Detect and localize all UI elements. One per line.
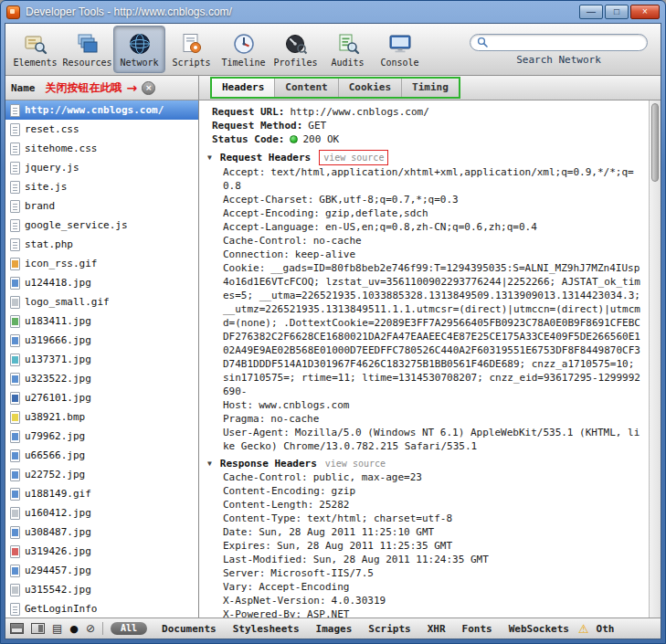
vertical-scrollbar[interactable]: [649, 100, 661, 618]
resource-name: GetLoginInfo: [25, 603, 97, 615]
resource-item[interactable]: u22752.jpg: [5, 465, 198, 484]
view-source-link[interactable]: view source: [325, 457, 386, 470]
scrollbar-thumb[interactable]: [651, 103, 659, 182]
toolbar-button-resources[interactable]: Resources: [61, 26, 113, 73]
resource-item[interactable]: u294457.jpg: [5, 561, 198, 580]
resource-item[interactable]: sitehome.css: [5, 139, 198, 158]
resource-item[interactable]: stat.php: [5, 235, 198, 254]
close-button[interactable]: ×: [630, 5, 660, 19]
resource-item[interactable]: u124418.jpg: [5, 273, 198, 292]
sidebar-close-icon[interactable]: ×: [142, 81, 155, 95]
resource-item[interactable]: u308487.jpg: [5, 523, 198, 542]
resource-name: u188149.gif: [25, 488, 91, 500]
warning-icon: ⚠: [578, 622, 589, 636]
resource-item[interactable]: u183411.jpg: [5, 311, 198, 331]
resource-name: u38921.bmp: [25, 411, 85, 423]
toolbar-button-scripts[interactable]: Scripts: [165, 26, 217, 73]
header-line: Accept-Language:en-US,en;q=0.8,zh-CN;q=0…: [205, 220, 645, 234]
resource-item[interactable]: u276101.jpg: [5, 388, 198, 407]
filter-item-clipped[interactable]: Oth: [597, 623, 615, 635]
titlebar: Developer Tools - http://www.cnblogs.com…: [5, 1, 661, 23]
resource-item[interactable]: u79962.jpg: [5, 427, 198, 446]
filter-item[interactable]: Stylesheets: [233, 623, 300, 635]
large-rows-icon[interactable]: ▤: [52, 622, 62, 635]
window-controls: — □ ×: [579, 5, 660, 19]
name-column-header: Name 关闭按钮在此哦 → ×: [5, 76, 199, 100]
toolbar-label: Network: [120, 58, 158, 68]
resource-name: http://www.cnblogs.com/: [25, 104, 164, 116]
resource-item[interactable]: logo_small.gif: [5, 292, 198, 311]
response-headers-section: ▼ Response Headers view source Cache-Con…: [205, 457, 645, 618]
resource-name: u79962.jpg: [25, 430, 85, 442]
resource-item[interactable]: u66566.jpg: [5, 446, 198, 465]
console-toggle-icon[interactable]: [10, 623, 24, 634]
network-content: http://www.cnblogs.com/ reset.css siteho…: [5, 100, 661, 618]
filter-item[interactable]: XHR: [428, 623, 446, 635]
file-icon: [10, 430, 20, 443]
resource-item[interactable]: u319426.jpg: [5, 542, 198, 561]
filter-item[interactable]: WebSockets: [509, 623, 569, 635]
filter-item[interactable]: Fonts: [462, 623, 492, 635]
minimize-button[interactable]: —: [579, 5, 603, 19]
collapse-icon[interactable]: ▼: [207, 151, 212, 164]
toolbar-label: Profiles: [273, 58, 317, 68]
resource-item[interactable]: site.js: [5, 177, 198, 196]
resource-name: u319426.jpg: [25, 545, 91, 557]
resource-item[interactable]: u315542.jpg: [5, 580, 198, 599]
tab-cookies[interactable]: Cookies: [339, 79, 402, 97]
audits-icon: [336, 32, 360, 56]
resource-item[interactable]: GetLoginInfo: [5, 599, 198, 618]
request-headers-section: ▼ Request Headers view source Accept:tex…: [205, 150, 645, 453]
clear-icon[interactable]: ⊘: [86, 622, 95, 635]
view-source-link[interactable]: view source: [319, 150, 388, 165]
filter-item[interactable]: Scripts: [368, 623, 410, 635]
resource-item[interactable]: u160412.jpg: [5, 503, 198, 523]
maximize-button[interactable]: □: [605, 5, 629, 19]
toolbar-button-network[interactable]: Network: [113, 26, 165, 73]
tab-headers[interactable]: Headers: [212, 79, 275, 97]
file-icon: [10, 411, 20, 424]
toolbar-button-console[interactable]: Console: [374, 26, 426, 73]
file-icon: [10, 104, 20, 117]
toolbar-button-profiles[interactable]: Profiles: [270, 26, 322, 73]
file-icon: [10, 545, 20, 558]
collapse-icon[interactable]: ▼: [207, 457, 212, 470]
resource-name: u160412.jpg: [25, 507, 91, 519]
resource-item[interactable]: brand: [5, 196, 198, 216]
search-box[interactable]: [470, 34, 648, 51]
resource-item[interactable]: u319666.jpg: [5, 331, 198, 350]
resource-name: u124418.jpg: [25, 277, 91, 289]
resource-item[interactable]: u137371.jpg: [5, 350, 198, 369]
filter-item[interactable]: Images: [316, 623, 353, 635]
file-icon: [10, 200, 20, 213]
resource-item[interactable]: u323522.jpg: [5, 369, 198, 388]
resource-name: sitehome.css: [25, 143, 97, 154]
header-line: Accept-Encoding:gzip,deflate,sdch: [205, 206, 645, 220]
header-line: X-Powered-By:ASP.NET: [205, 607, 645, 618]
toolbar-button-elements[interactable]: Elements: [9, 26, 61, 73]
scripts-icon: [180, 32, 204, 56]
resource-item[interactable]: u188149.gif: [5, 484, 198, 503]
search-area: Search Network: [470, 34, 657, 66]
resource-item[interactable]: http://www.cnblogs.com/: [5, 100, 198, 120]
request-headers-list: Accept:text/html,application/xhtml+xml,a…: [205, 165, 645, 453]
search-input[interactable]: [492, 37, 640, 48]
tab-content[interactable]: Content: [275, 79, 338, 97]
header-line: Date:Sun, 28 Aug 2011 11:25:10 GMT: [205, 525, 645, 539]
filter-item[interactable]: Documents: [162, 623, 217, 635]
resource-item[interactable]: icon_rss.gif: [5, 254, 198, 273]
tab-timing[interactable]: Timing: [402, 79, 459, 97]
resource-item[interactable]: u38921.bmp: [5, 407, 198, 427]
toolbar-label: Elements: [13, 58, 57, 68]
status-ok-dot: [290, 135, 298, 143]
resource-item[interactable]: google_service.js: [5, 216, 198, 235]
resource-item[interactable]: jquery.js: [5, 158, 198, 177]
record-icon[interactable]: ●: [69, 623, 79, 635]
file-icon: [10, 181, 20, 194]
dock-side-icon[interactable]: [31, 623, 45, 634]
resource-name: u294457.jpg: [25, 565, 91, 576]
toolbar-button-timeline[interactable]: Timeline: [217, 26, 270, 73]
resource-item[interactable]: reset.css: [5, 120, 198, 139]
filter-all[interactable]: All: [111, 622, 147, 635]
toolbar-button-audits[interactable]: Audits: [322, 26, 374, 73]
